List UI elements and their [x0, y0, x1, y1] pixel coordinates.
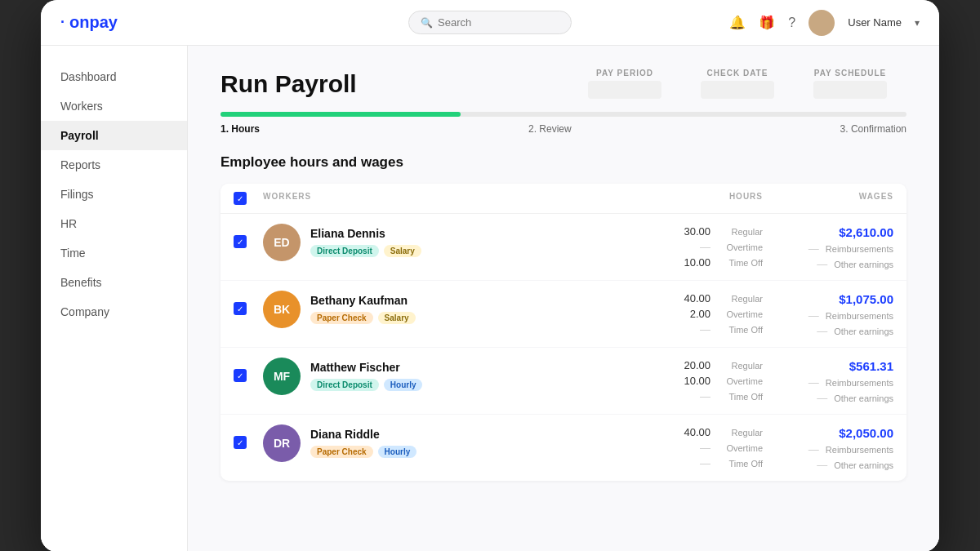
wage-dash: —	[817, 258, 827, 270]
badge-pay-type: Hourly	[384, 379, 423, 391]
avatar[interactable]	[808, 10, 835, 36]
table-row: ✓ MF Matthew Fischer Direct Deposit Hour…	[220, 348, 906, 415]
wage-main: $561.31	[849, 359, 893, 373]
hour-value: 40.00	[681, 292, 710, 304]
hour-value: —	[681, 323, 710, 335]
wage-row: — Other earnings	[817, 258, 893, 270]
pay-schedule-group: PAY SCHEDULE	[794, 69, 906, 99]
gift-icon[interactable]: 🎁	[759, 15, 775, 30]
sidebar-item-filings[interactable]: Filings	[41, 180, 187, 209]
wage-label: Reimbursements	[826, 445, 893, 455]
sidebar-item-payroll[interactable]: Payroll	[41, 121, 187, 150]
worker-name: Eliana Dennis	[310, 227, 421, 240]
wages-cell: $2,050.00 — Reimbursements — Other earni…	[763, 424, 893, 471]
sidebar-item-workers[interactable]: Workers	[41, 91, 187, 121]
pay-schedule-label: PAY SCHEDULE	[813, 69, 887, 78]
worker-name: Bethany Kaufman	[310, 294, 416, 307]
check-icon: ✓	[237, 238, 243, 247]
badge-payment-method: Paper Check	[310, 312, 373, 324]
row-checkbox-cell[interactable]: ✓	[234, 224, 263, 248]
hour-value: 20.00	[681, 359, 710, 371]
sidebar-item-time[interactable]: Time	[41, 238, 187, 268]
search-icon: 🔍	[421, 17, 433, 29]
wage-label: Other earnings	[834, 260, 893, 269]
worker-name: Diana Riddle	[310, 428, 416, 441]
wage-main: $1,075.00	[839, 292, 893, 306]
badge-pay-type: Salary	[384, 245, 421, 257]
wage-main: $2,050.00	[839, 426, 893, 440]
hour-type-label: Time Off	[717, 392, 763, 402]
wage-label: Reimbursements	[826, 378, 893, 388]
wages-cell: $2,610.00 — Reimbursements — Other earni…	[763, 224, 893, 270]
check-icon: ✓	[237, 194, 243, 203]
hour-row: — Overtime	[681, 442, 763, 454]
wage-dash: —	[817, 392, 827, 404]
table-row: ✓ ED Eliana Dennis Direct Deposit Salary…	[220, 214, 906, 281]
page-header: Run Payroll PAY PERIOD CHECK DATE PAY SC…	[220, 69, 906, 99]
sidebar-item-company[interactable]: Company	[41, 297, 187, 327]
search-container: 🔍	[408, 11, 572, 34]
worker-info: Matthew Fischer Direct Deposit Hourly	[310, 358, 422, 391]
progress-step-3: 3. Confirmation	[840, 123, 906, 135]
logo-text: onpay	[69, 13, 118, 32]
wage-dash: —	[808, 376, 819, 389]
worker-info: Bethany Kaufman Paper Check Salary	[310, 291, 416, 324]
top-bar: · onpay 🔍 🔔 🎁 ? User Name ▾	[41, 0, 939, 46]
row-checkbox[interactable]: ✓	[234, 436, 247, 449]
pay-period-group: PAY PERIOD	[568, 69, 681, 99]
search-input[interactable]	[438, 16, 568, 29]
bell-icon[interactable]: 🔔	[729, 15, 746, 30]
chevron-down-icon[interactable]: ▾	[915, 17, 920, 29]
row-checkbox[interactable]: ✓	[234, 302, 247, 315]
wage-row: — Reimbursements	[808, 309, 893, 322]
check-date-group: CHECK DATE	[681, 69, 794, 99]
wage-label: Other earnings	[834, 460, 893, 470]
row-checkbox-cell[interactable]: ✓	[234, 291, 263, 315]
sidebar-item-dashboard[interactable]: Dashboard	[41, 62, 187, 91]
header-checkbox-cell[interactable]: ✓	[234, 192, 263, 205]
employee-table: ✓ WORKERS HOURS WAGES ✓ ED Eliana Dennis…	[220, 184, 906, 481]
hour-row: — Time Off	[681, 390, 763, 402]
wage-row: — Reimbursements	[808, 242, 893, 255]
row-checkbox-cell[interactable]: ✓	[234, 358, 263, 382]
hour-type-label: Regular	[717, 227, 763, 237]
wage-row: — Reimbursements	[808, 443, 893, 455]
hour-type-label: Regular	[717, 428, 763, 438]
check-date-label: CHECK DATE	[701, 69, 774, 78]
row-checkbox[interactable]: ✓	[234, 369, 247, 382]
hours-cell: 20.00 Regular 10.00 Overtime — Time Off	[632, 358, 763, 402]
wage-dash: —	[808, 242, 819, 255]
wage-dash: —	[808, 309, 819, 322]
col-header-workers: WORKERS	[263, 192, 632, 205]
sidebar-item-benefits[interactable]: Benefits	[41, 268, 187, 297]
hour-row: 10.00 Time Off	[681, 256, 763, 269]
main-content: Run Payroll PAY PERIOD CHECK DATE PAY SC…	[188, 46, 939, 551]
hour-type-label: Time Off	[717, 258, 763, 268]
row-checkbox[interactable]: ✓	[234, 235, 247, 248]
select-all-checkbox[interactable]: ✓	[234, 192, 247, 205]
worker-badges: Direct Deposit Hourly	[310, 379, 422, 391]
avatar: MF	[263, 358, 301, 395]
sidebar-item-hr[interactable]: HR	[41, 209, 187, 238]
check-date-value	[701, 81, 774, 99]
row-checkbox-cell[interactable]: ✓	[234, 424, 263, 449]
sidebar-item-reports[interactable]: Reports	[41, 150, 187, 180]
hours-cell: 40.00 Regular 2.00 Overtime — Time Off	[632, 291, 763, 335]
sidebar: Dashboard Workers Payroll Reports Filing…	[41, 46, 188, 551]
progress-bar-fill	[220, 112, 461, 117]
wage-dash: —	[817, 459, 827, 471]
badge-payment-method: Direct Deposit	[310, 245, 379, 257]
hour-type-label: Overtime	[717, 309, 763, 319]
col-header-wages: WAGES	[763, 192, 893, 205]
hour-value: 10.00	[681, 256, 710, 269]
worker-name: Matthew Fischer	[310, 361, 422, 374]
check-icon: ✓	[237, 438, 243, 447]
hours-cell: 30.00 Regular — Overtime 10.00 Time Off	[632, 224, 763, 269]
worker-info: Eliana Dennis Direct Deposit Salary	[310, 224, 421, 257]
help-icon[interactable]: ?	[788, 16, 795, 30]
worker-info: Diana Riddle Paper Check Hourly	[310, 424, 416, 458]
hour-type-label: Overtime	[717, 242, 763, 252]
hour-type-label: Time Off	[717, 459, 763, 469]
badge-payment-method: Paper Check	[310, 446, 373, 458]
search-box[interactable]: 🔍	[408, 11, 572, 34]
